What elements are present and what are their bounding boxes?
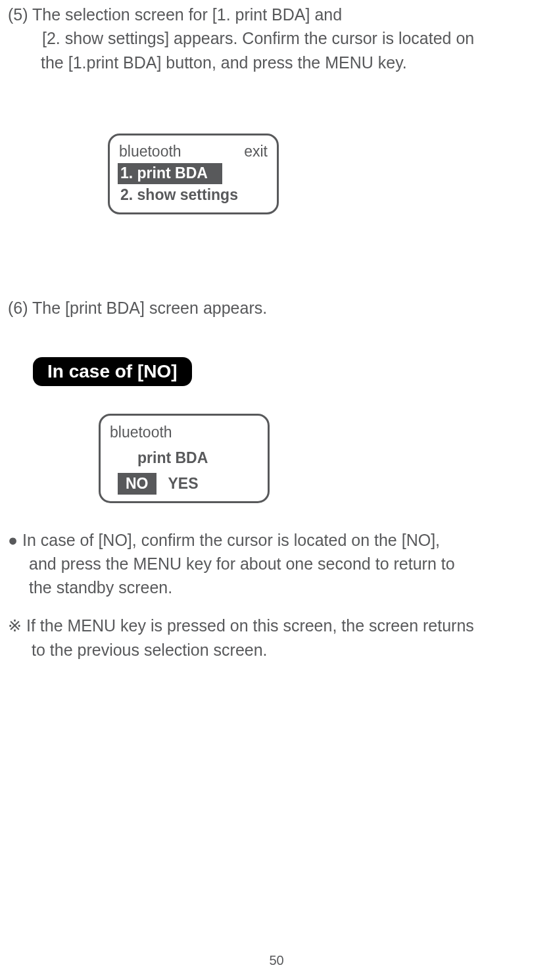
yes-button: YES: [168, 474, 199, 494]
screen2-title: bluetooth: [110, 422, 258, 443]
note-paragraph: ※ If the MENU key is pressed on this scr…: [8, 614, 545, 662]
bullet-line1: ● In case of [NO], confirm the cursor is…: [8, 528, 545, 552]
bullet-line3: the standby screen.: [8, 576, 545, 599]
step5-line2: [2. show settings] appears. Confirm the …: [8, 26, 545, 50]
step5-line1: (5) The selection screen for [1. print B…: [8, 3, 545, 26]
screen1-show-settings: 2. show settings: [119, 185, 268, 205]
step5-line3: the [1.print BDA] button, and press the …: [8, 51, 545, 74]
step-6-paragraph: (6) The [print BDA] screen appears.: [8, 299, 545, 318]
bullet-line2: and press the MENU key for about one sec…: [8, 552, 545, 576]
no-button-selected: NO: [118, 473, 156, 495]
step6-text: (6) The [print BDA] screen appears.: [8, 299, 267, 317]
step-5-paragraph: (5) The selection screen for [1. print B…: [8, 3, 545, 74]
screen1-header: bluetooth exit: [119, 142, 268, 162]
note-line2: to the previous selection screen.: [8, 638, 545, 662]
bluetooth-selection-screen: bluetooth exit 1. print BDA 2. show sett…: [108, 134, 279, 215]
screen1-print-bda-selected: 1. print BDA: [118, 163, 222, 184]
bullet-paragraph: ● In case of [NO], confirm the cursor is…: [8, 528, 545, 600]
screen2-print-bda: print BDA: [110, 448, 258, 468]
no-yes-row: NO YES: [110, 473, 258, 495]
screen1-exit: exit: [244, 142, 268, 162]
page-number: 50: [0, 953, 553, 968]
screen1-title: bluetooth: [119, 142, 181, 162]
note-line1: ※ If the MENU key is pressed on this scr…: [8, 614, 545, 637]
in-case-of-no-label: In case of [NO]: [33, 357, 192, 386]
print-bda-screen: bluetooth print BDA NO YES: [99, 414, 270, 502]
